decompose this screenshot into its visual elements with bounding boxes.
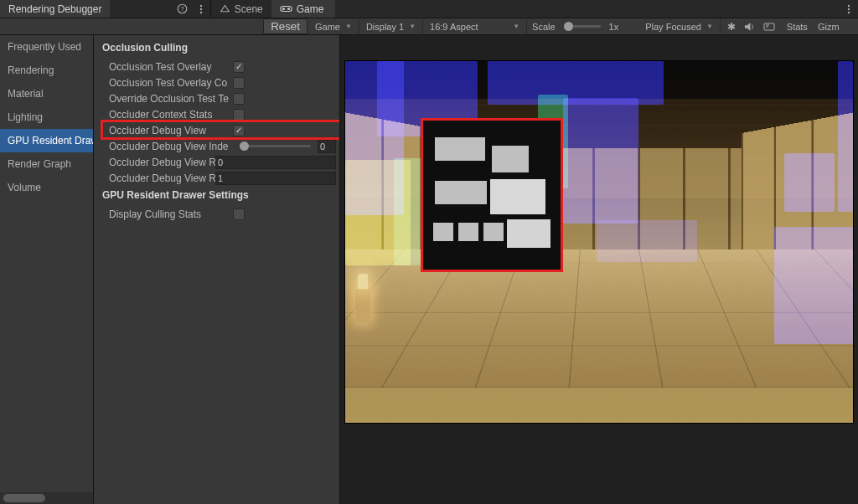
rendered-scene xyxy=(344,60,854,424)
debug-inspector: Occlusion CullingOcclusion Test Overlay✓… xyxy=(94,35,340,504)
sidebar-item-render-graph[interactable]: Render Graph xyxy=(0,152,93,176)
mute-icon[interactable]: ✱ xyxy=(727,21,736,33)
property-label: Occluder Debug View xyxy=(109,125,233,136)
svg-rect-5 xyxy=(280,7,292,12)
sidebar-horizontal-scrollbar[interactable] xyxy=(0,492,93,504)
checkbox[interactable]: ✓ xyxy=(233,125,245,136)
property-label: Occlusion Test Overlay xyxy=(109,61,233,73)
game-toolbar: Reset Game ▼ Display 1 ▼ 16:9 Aspect ▼ S… xyxy=(0,18,858,35)
property-row: Occluder Debug View Ran xyxy=(94,170,339,186)
checkbox[interactable]: ✓ xyxy=(233,61,245,73)
speaker-icon[interactable] xyxy=(744,22,755,32)
property-label: Override Occlusion Test Te xyxy=(109,93,233,105)
property-label: Occluder Debug View Inde xyxy=(109,141,233,152)
tab-scene-label: Scene xyxy=(235,3,263,15)
property-row: Occluder Context Stats xyxy=(94,106,339,122)
checkbox[interactable] xyxy=(233,208,245,220)
svg-point-4 xyxy=(200,11,202,13)
property-label: Display Culling Stats xyxy=(109,208,233,220)
aspect-dropdown[interactable]: 16:9 Aspect ▼ xyxy=(423,18,527,34)
property-row: Occluder Debug View Ran xyxy=(94,154,339,170)
target-dropdown-value: Game xyxy=(315,22,340,32)
svg-point-7 xyxy=(287,8,290,10)
svg-point-8 xyxy=(848,4,850,6)
svg-point-3 xyxy=(200,8,202,9)
occluder-debug-view-overlay xyxy=(421,118,563,272)
debug-category-sidebar: Frequently UsedRenderingMaterialLighting… xyxy=(0,35,94,504)
game-viewport xyxy=(340,35,858,504)
svg-point-10 xyxy=(848,11,850,13)
sidebar-item-frequently-used[interactable]: Frequently Used xyxy=(0,35,93,59)
scale-slider[interactable] xyxy=(564,25,601,28)
scale-label: Scale xyxy=(527,22,561,32)
sidebar-item-rendering[interactable]: Rendering xyxy=(0,59,93,82)
tab-rendering-debugger[interactable]: Rendering Debugger xyxy=(0,0,110,18)
svg-point-9 xyxy=(848,8,850,9)
property-label: Occluder Context Stats xyxy=(109,109,233,121)
scene-lantern xyxy=(355,289,370,322)
view-menu-icon[interactable] xyxy=(840,0,858,18)
property-row: Override Occlusion Test Te xyxy=(94,90,339,106)
play-mode-dropdown-value: Play Focused xyxy=(645,22,701,32)
sidebar-item-lighting[interactable]: Lighting xyxy=(0,105,93,129)
chevron-down-icon: ▼ xyxy=(513,23,519,30)
tab-rendering-debugger-label: Rendering Debugger xyxy=(8,3,101,15)
property-row: Occluder Debug View✓ xyxy=(94,122,339,138)
game-goggles-icon xyxy=(280,4,292,13)
display-dropdown-value: Display 1 xyxy=(366,22,404,32)
fx-icon[interactable] xyxy=(763,22,775,32)
gizmos-toggle[interactable]: Gizm xyxy=(813,22,845,32)
chevron-down-icon: ▼ xyxy=(409,23,416,30)
tab-scene[interactable]: Scene xyxy=(211,0,271,18)
sidebar-item-gpu-resident-draw[interactable]: GPU Resident Draw xyxy=(0,129,93,152)
number-field[interactable] xyxy=(215,156,336,169)
aspect-dropdown-value: 16:9 Aspect xyxy=(430,22,478,32)
svg-rect-11 xyxy=(764,23,774,30)
property-label: Occluder Debug View Ran xyxy=(109,172,215,184)
svg-point-6 xyxy=(282,8,285,10)
stats-toggle[interactable]: Stats xyxy=(782,22,813,32)
property-label: Occluder Debug View Ran xyxy=(109,157,215,168)
sidebar-item-volume[interactable]: Volume xyxy=(0,176,93,199)
main-tabbar: Rendering Debugger ? Scene Game xyxy=(0,0,858,18)
svg-point-2 xyxy=(200,4,202,6)
chevron-down-icon: ▼ xyxy=(345,23,352,30)
checkbox[interactable] xyxy=(233,77,245,89)
sidebar-item-material[interactable]: Material xyxy=(0,82,93,105)
slider[interactable] xyxy=(240,145,311,147)
chevron-down-icon: ▼ xyxy=(706,23,713,30)
section-header: GPU Resident Drawer Settings xyxy=(94,186,339,206)
tab-game-label: Game xyxy=(297,3,324,15)
help-icon[interactable]: ? xyxy=(173,0,192,18)
tab-game[interactable]: Game xyxy=(271,0,335,18)
panel-menu-icon[interactable] xyxy=(192,0,210,18)
number-field[interactable] xyxy=(318,140,336,153)
number-field[interactable] xyxy=(215,172,336,185)
section-header: Occlusion Culling xyxy=(94,39,339,59)
checkbox[interactable] xyxy=(233,109,245,121)
scene-icon xyxy=(220,3,230,14)
property-row: Occluder Debug View Inde xyxy=(94,138,339,154)
reset-button[interactable]: Reset xyxy=(263,18,308,34)
property-row: Occlusion Test Overlay✓ xyxy=(94,59,339,75)
target-dropdown[interactable]: Game ▼ xyxy=(308,18,359,34)
play-mode-dropdown[interactable]: Play Focused ▼ xyxy=(638,18,721,34)
checkbox[interactable] xyxy=(233,93,245,105)
scale-value: 1x xyxy=(604,22,624,32)
property-row: Display Culling Stats xyxy=(94,206,339,222)
property-label: Occlusion Test Overlay Co xyxy=(109,77,233,89)
svg-text:?: ? xyxy=(181,5,184,13)
property-row: Occlusion Test Overlay Co xyxy=(94,75,339,90)
display-dropdown[interactable]: Display 1 ▼ xyxy=(359,18,423,34)
